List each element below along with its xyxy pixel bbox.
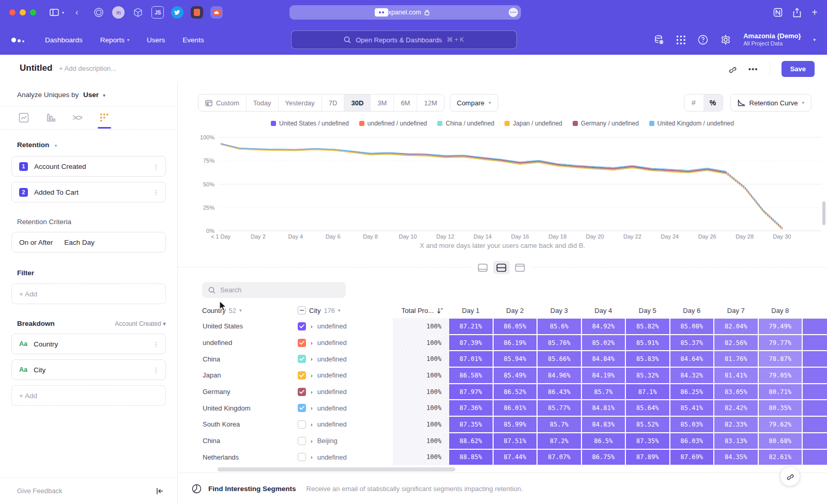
legend-item[interactable]: United Kingdom / undefined: [649, 120, 734, 127]
retention-value-cell[interactable]: 84.83%: [582, 417, 625, 432]
retention-value-cell[interactable]: 86.43%: [538, 384, 581, 400]
retention-value-cell[interactable]: 84.32%: [670, 368, 714, 383]
add-filter-button[interactable]: + Add: [11, 284, 166, 304]
range-7d[interactable]: 7D: [322, 94, 345, 111]
day-column-header[interactable]: Day 2: [493, 307, 538, 314]
retention-value-cell[interactable]: 87.51%: [494, 433, 537, 449]
table-row[interactable]: United Kingdom›undefined100%87.36%86.01%…: [202, 400, 827, 416]
retention-criteria-card[interactable]: On or After Each Day: [11, 232, 166, 253]
retention-value-cell[interactable]: 85.64%: [626, 400, 669, 416]
retention-value-cell[interactable]: 86.03%: [670, 433, 714, 449]
close-window-button[interactable]: [9, 9, 16, 15]
retention-value-cell[interactable]: 84.19%: [582, 368, 625, 383]
legend-item[interactable]: undefined / undefined: [359, 120, 427, 127]
expand-row-chevron[interactable]: ›: [311, 356, 313, 362]
retention-value-cell[interactable]: 87.35%: [449, 417, 493, 432]
nav-link-users[interactable]: Users: [147, 36, 165, 44]
chart-type-selector[interactable]: Retention Curve▾: [730, 94, 811, 112]
table-search-input[interactable]: [220, 286, 334, 294]
share-icon[interactable]: [793, 8, 801, 18]
record-extension-icon[interactable]: [191, 6, 203, 19]
breakdown-country[interactable]: Aa Country ⋮: [11, 334, 166, 354]
day-column-header[interactable]: Day 8: [758, 307, 803, 314]
retention-value-cell[interactable]: 78.87%: [759, 351, 802, 367]
retention-value-cell[interactable]: 86.01%: [494, 400, 537, 416]
retention-value-cell[interactable]: 85.32%: [626, 368, 669, 383]
retention-value-cell[interactable]: 87.35%: [626, 433, 669, 449]
expand-row-chevron[interactable]: ›: [311, 323, 313, 329]
nav-link-reports[interactable]: Reports▾: [100, 36, 129, 44]
analyze-uniques-value[interactable]: User: [83, 91, 99, 99]
retention-value-cell[interactable]: 86.58%: [449, 368, 493, 383]
legend-item[interactable]: China / undefined: [437, 120, 494, 127]
range-30d[interactable]: 30D: [344, 94, 371, 111]
table-row[interactable]: Germany›undefined100%87.97%86.52%86.43%8…: [202, 384, 827, 400]
tab-overview-chevron-icon[interactable]: ▾: [62, 10, 64, 15]
tab-funnels[interactable]: [44, 113, 57, 129]
retention-value-cell[interactable]: 80.35%: [759, 400, 802, 416]
series-checkbox-checked[interactable]: [298, 339, 306, 347]
retention-value-cell[interactable]: 85.76%: [538, 335, 581, 351]
kebab-menu-icon[interactable]: ⋮: [152, 188, 159, 196]
range-12m[interactable]: 12M: [417, 94, 443, 111]
series-checkbox-unchecked[interactable]: [298, 437, 306, 445]
range-yesterday[interactable]: Yesterday: [279, 94, 322, 111]
collapse-sidebar-icon[interactable]: [156, 487, 164, 495]
retention-value-cell[interactable]: 85.83%: [626, 351, 669, 367]
kebab-menu-icon[interactable]: ⋮: [152, 163, 159, 170]
country-column-header[interactable]: Country52▾: [202, 307, 298, 314]
criteria-interval[interactable]: Each Day: [64, 239, 95, 246]
day-column-header[interactable]: Day 5: [625, 307, 670, 314]
day-column-header[interactable]: Day 4: [581, 307, 626, 314]
retention-value-cell[interactable]: 82.56%: [714, 335, 758, 351]
share-link-fab[interactable]: [780, 467, 800, 486]
description-placeholder[interactable]: + Add description...: [59, 65, 116, 72]
kebab-menu-icon[interactable]: ⋮: [152, 340, 159, 348]
global-search[interactable]: Open Reports & Dashboards ⌘ + K: [291, 30, 517, 49]
retention-value-cell[interactable]: 87.69%: [670, 450, 714, 465]
range-today[interactable]: Today: [247, 94, 279, 111]
retention-value-cell[interactable]: 84.64%: [670, 351, 714, 367]
data-management-icon[interactable]: [654, 35, 664, 45]
retention-value-cell[interactable]: 86.52%: [494, 384, 537, 400]
retention-value-cell[interactable]: 84.81%: [582, 400, 625, 416]
notion-extension-icon[interactable]: [773, 8, 783, 17]
retention-value-cell[interactable]: 82.33%: [714, 417, 758, 432]
retention-value-cell[interactable]: 83.13%: [714, 433, 758, 449]
retention-value-cell[interactable]: 79.05%: [759, 368, 802, 383]
cube-extension-icon[interactable]: [132, 6, 144, 19]
table-row[interactable]: Japan›undefined100%86.58%85.49%84.96%84.…: [202, 367, 827, 384]
legend-item[interactable]: Japan / undefined: [504, 120, 562, 127]
day-column-header[interactable]: Day 3: [537, 307, 581, 314]
retention-value-cell[interactable]: 84.35%: [714, 450, 758, 465]
retention-step-2[interactable]: 2 Added To Cart ⋮: [11, 182, 166, 202]
retention-value-cell[interactable]: 85.41%: [670, 400, 714, 416]
vertical-scrollbar[interactable]: [822, 201, 825, 225]
table-row[interactable]: United States›undefined100%87.21%86.05%8…: [202, 318, 827, 335]
mixpanel-logo[interactable]: [11, 38, 24, 42]
day-column-header[interactable]: Day 6: [670, 307, 714, 314]
apps-grid-icon[interactable]: [677, 36, 685, 44]
chart-only-view-icon[interactable]: [474, 261, 491, 274]
nav-link-events[interactable]: Events: [182, 36, 204, 44]
legend-item[interactable]: United States / undefined: [271, 120, 349, 127]
retention-value-cell[interactable]: 85.49%: [494, 368, 537, 383]
nav-link-dashboards[interactable]: Dashboards: [45, 36, 83, 44]
retention-value-cell[interactable]: 85.82%: [626, 319, 669, 334]
kebab-menu-icon[interactable]: ⋮: [152, 366, 159, 374]
select-all-checkbox[interactable]: [298, 306, 306, 314]
give-feedback-link[interactable]: Give Feedback: [17, 487, 62, 495]
project-selector[interactable]: Amazonia {Demo} All Project Data: [743, 32, 801, 48]
address-more-icon[interactable]: •••: [509, 8, 518, 17]
help-icon[interactable]: [698, 35, 708, 45]
table-row[interactable]: China›undefined100%87.01%85.94%85.66%84.…: [202, 351, 827, 367]
retention-value-cell[interactable]: 87.97%: [449, 384, 493, 400]
retention-value-cell[interactable]: 85.08%: [670, 319, 714, 334]
new-tab-icon[interactable]: +: [811, 7, 818, 19]
retention-value-cell[interactable]: 87.01%: [449, 351, 493, 367]
bird-extension-icon[interactable]: [171, 6, 183, 19]
range-6m[interactable]: 6M: [394, 94, 417, 111]
retention-value-cell[interactable]: 86.75%: [582, 450, 625, 465]
address-bar[interactable]: mixpanel.com •••: [289, 5, 521, 20]
retention-value-cell[interactable]: 79.77%: [759, 335, 802, 351]
